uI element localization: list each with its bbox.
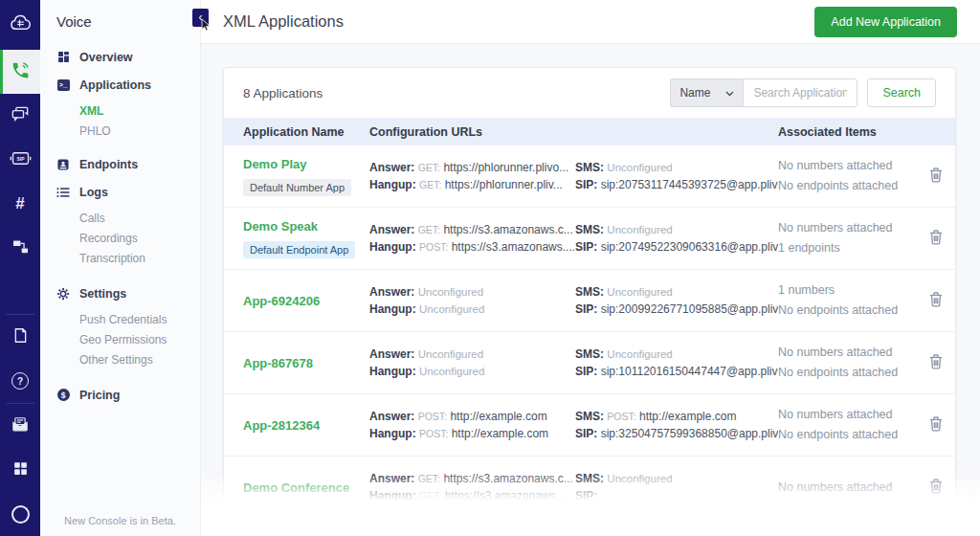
delete-application-button[interactable] xyxy=(929,292,943,310)
application-name-link[interactable]: App-867678 xyxy=(243,356,313,370)
sidebar-item-phlo[interactable]: PHLO xyxy=(40,123,200,139)
chevron-down-icon xyxy=(725,86,734,100)
sidebar-item-geo-permissions[interactable]: Geo Permissions xyxy=(40,331,200,347)
table-row: App-867678 Answer: Unconfigured Hangup: … xyxy=(224,332,955,394)
sidebar-collapse-button[interactable]: ‹ xyxy=(192,9,209,27)
table-row: Demo Play Default Number App Answer: GET… xyxy=(224,145,955,208)
search-button[interactable]: Search xyxy=(867,78,936,107)
sidebar-item-calls[interactable]: Calls xyxy=(40,210,200,226)
svg-text:SIP: SIP xyxy=(16,156,25,161)
rail-item-phone-numbers[interactable]: # xyxy=(0,182,40,226)
messaging-icon xyxy=(11,104,30,127)
page-title: XML Applications xyxy=(223,12,344,31)
apps-grid-icon xyxy=(12,460,29,480)
settings-gear-icon xyxy=(56,287,70,301)
delete-application-button[interactable] xyxy=(929,479,943,497)
applications-card: 8 Applications Name Search Application N… xyxy=(223,67,956,520)
avatar-icon xyxy=(11,505,30,524)
default-app-badge: Default Number App xyxy=(243,179,351,196)
search-field-select[interactable]: Name xyxy=(670,78,743,107)
pricing-icon: $ xyxy=(56,389,70,402)
rail-item-apps[interactable] xyxy=(0,448,40,492)
rail-item-docs[interactable] xyxy=(0,315,40,359)
bottom-strip xyxy=(201,505,980,536)
default-app-badge: Default Endpoint App xyxy=(243,241,355,258)
applications-icon: >_ xyxy=(56,78,70,92)
hash-icon: # xyxy=(15,194,24,213)
rail-item-sip-trunking[interactable]: SIP xyxy=(0,138,40,182)
delete-application-button[interactable] xyxy=(929,168,943,186)
beta-note: New Console is in Beta. xyxy=(40,515,200,526)
sidebar-item-recordings[interactable]: Recordings xyxy=(40,230,200,246)
table-row: App-2812364 Answer: POST: http://example… xyxy=(224,394,955,457)
feedback-mail-icon xyxy=(11,415,30,437)
sidebar-item-overview[interactable]: Overview xyxy=(40,47,200,67)
application-name-link[interactable]: App-6924206 xyxy=(243,294,320,308)
application-name-link[interactable]: Demo Play xyxy=(243,157,306,171)
zentrunk-icon xyxy=(11,237,30,259)
rail-item-help[interactable]: ? xyxy=(0,359,40,403)
sidebar-item-applications[interactable]: >_ Applications xyxy=(40,75,200,95)
applications-count: 8 Applications xyxy=(243,86,323,100)
icon-rail: SIP # ? xyxy=(0,0,40,536)
voice-phone-icon xyxy=(11,60,31,84)
application-name-link[interactable]: Demo Conference xyxy=(243,480,349,495)
sidebar-item-xml[interactable]: XML xyxy=(40,102,200,119)
sidebar-item-logs[interactable]: Logs xyxy=(40,182,200,202)
delete-application-button[interactable] xyxy=(929,416,943,435)
table-row: Demo Speak Default Endpoint App Answer: … xyxy=(224,208,955,270)
column-associated-items: Associated Items xyxy=(778,125,917,139)
sidebar-item-settings[interactable]: Settings xyxy=(40,283,200,303)
endpoints-icon xyxy=(56,158,70,171)
rail-item-messaging[interactable] xyxy=(0,94,40,138)
table-header: Application Name Configuration URLs Asso… xyxy=(224,118,955,145)
application-name-link[interactable]: Demo Speak xyxy=(243,219,318,234)
main-area: ‹ XML Applications Add New Application 8… xyxy=(201,0,980,536)
rail-item-feedback[interactable] xyxy=(0,404,40,448)
page-header: ‹ XML Applications Add New Application xyxy=(201,0,980,44)
rail-item-voice[interactable] xyxy=(0,50,40,94)
column-application-name: Application Name xyxy=(224,125,369,139)
sidebar-item-transcription[interactable]: Transcription xyxy=(40,250,200,266)
sidebar-item-endpoints[interactable]: Endpoints xyxy=(40,154,200,174)
overview-icon xyxy=(56,51,70,64)
sidebar-title: Voice xyxy=(40,0,200,35)
voice-sidebar: Voice Overview >_ Applications XML PHLO xyxy=(40,0,201,536)
rail-item-zentrunk[interactable] xyxy=(0,226,40,270)
docs-book-icon xyxy=(11,326,30,348)
search-input[interactable] xyxy=(743,78,858,107)
plivo-logo[interactable] xyxy=(0,0,40,50)
plivo-cloud-icon xyxy=(9,12,33,37)
logs-icon xyxy=(56,186,70,199)
sidebar-item-push-credentials[interactable]: Push Credentials xyxy=(40,311,200,327)
search-controls: Name Search xyxy=(670,78,936,107)
rail-item-account[interactable] xyxy=(0,492,40,536)
sip-trunking-icon: SIP xyxy=(10,149,32,171)
content-area: 8 Applications Name Search Application N… xyxy=(201,44,980,536)
application-name-link[interactable]: App-2812364 xyxy=(243,418,320,433)
sidebar-item-other-settings[interactable]: Other Settings xyxy=(40,351,200,368)
delete-application-button[interactable] xyxy=(929,230,943,248)
add-new-application-button[interactable]: Add New Application xyxy=(814,7,957,37)
sidebar-item-pricing[interactable]: $ Pricing xyxy=(40,385,200,405)
table-row: App-6924206 Answer: Unconfigured Hangup:… xyxy=(224,270,955,332)
help-icon: ? xyxy=(11,372,29,390)
delete-application-button[interactable] xyxy=(929,354,943,372)
applications-table-body: Demo Play Default Number App Answer: GET… xyxy=(224,145,955,519)
column-configuration-urls: Configuration URLs xyxy=(369,125,778,139)
